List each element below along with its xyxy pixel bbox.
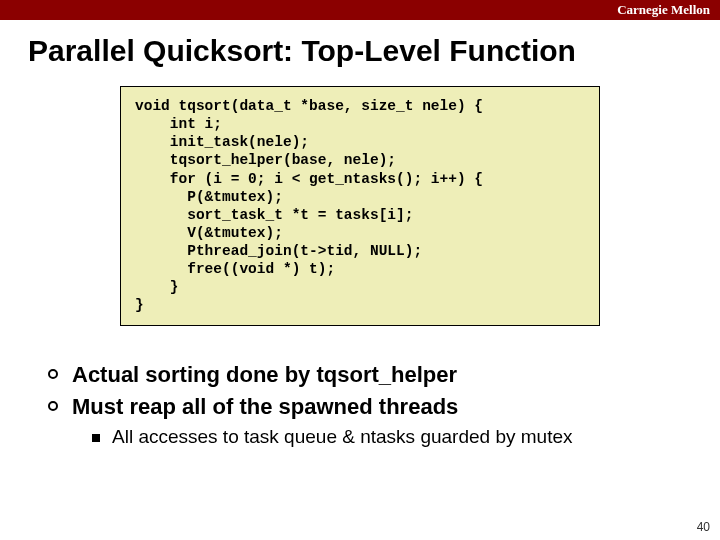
slide: Carnegie Mellon Parallel Quicksort: Top-… <box>0 0 720 540</box>
page-number: 40 <box>697 520 710 534</box>
hollow-circle-icon <box>48 401 58 411</box>
header-bar: Carnegie Mellon <box>0 0 720 20</box>
sub-bullet-text: All accesses to task queue & ntasks guar… <box>112 426 572 448</box>
slide-title: Parallel Quicksort: Top-Level Function <box>0 20 720 86</box>
bullet-item-2: Must reap all of the spawned threads <box>48 394 690 420</box>
hollow-circle-icon <box>48 369 58 379</box>
bullet-item-1: Actual sorting done by tqsort_helper <box>48 362 690 388</box>
brand-label: Carnegie Mellon <box>617 2 710 18</box>
code-block: void tqsort(data_t *base, size_t nele) {… <box>120 86 600 326</box>
bullet-text: Must reap all of the spawned threads <box>72 394 458 420</box>
square-icon <box>92 434 100 442</box>
sub-bullet-item: All accesses to task queue & ntasks guar… <box>92 426 690 448</box>
bullet-text: Actual sorting done by tqsort_helper <box>72 362 457 388</box>
bullet-list: Actual sorting done by tqsort_helper Mus… <box>0 326 720 448</box>
